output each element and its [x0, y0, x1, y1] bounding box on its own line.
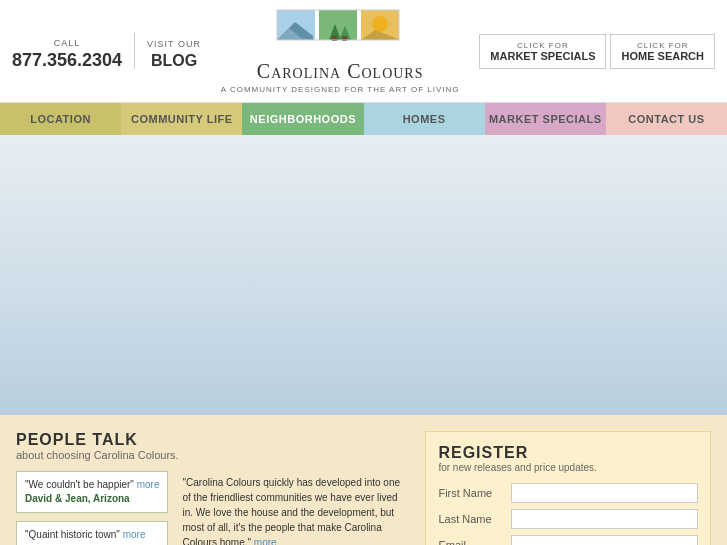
testimonial-main-more[interactable]: more — [254, 537, 277, 545]
market-specials-label: MARKET SPECIALS — [490, 50, 595, 62]
register-subtitle: for new releases and price updates. — [438, 462, 698, 473]
nav-item-contact-us[interactable]: CONTACT US — [606, 103, 727, 135]
first-name-label: First Name — [438, 487, 503, 499]
testimonial-2-quote: "Quaint historic town" — [25, 529, 120, 540]
vertical-divider — [134, 33, 135, 69]
nav-item-community-life[interactable]: COMMUNITY LIFE — [121, 103, 242, 135]
email-label: Email — [438, 539, 503, 545]
testimonial-item-1: "We couldn't be happier" more David & Je… — [16, 471, 168, 513]
home-search-button[interactable]: CLICK FOR HOME SEARCH — [610, 34, 715, 69]
nav-item-neighborhoods[interactable]: NEIGHBORHOODS — [242, 103, 363, 135]
home-search-label: HOME SEARCH — [621, 50, 704, 62]
register-section: REGISTER for new releases and price upda… — [425, 431, 711, 545]
blog-block[interactable]: VISIT OUR BLOG — [147, 32, 201, 70]
phone-number: 877.356.2304 — [12, 50, 122, 72]
register-title: REGISTER — [438, 444, 698, 462]
nav-item-market-specials[interactable]: MARKET SPECIALS — [485, 103, 606, 135]
testimonial-1-more[interactable]: more — [137, 479, 160, 490]
logo-subtitle: A Community Designed For The Art Of Livi… — [221, 85, 460, 94]
people-talk-title: PEOPLE TALK — [16, 431, 405, 449]
header-left: CALL 877.356.2304 VISIT OUR BLOG — [12, 31, 201, 72]
last-name-row: Last Name — [438, 509, 698, 529]
header-right-buttons: CLICK FOR MARKET SPECIALS CLICK FOR HOME… — [479, 34, 715, 69]
testimonial-2-more[interactable]: more — [123, 529, 146, 540]
logo-image — [275, 8, 405, 60]
email-row: Email — [438, 535, 698, 545]
phone-block: CALL 877.356.2304 — [12, 31, 122, 72]
svg-point-9 — [372, 16, 388, 32]
visit-label: VISIT OUR — [147, 39, 201, 49]
bottom-section: PEOPLE TALK about choosing Carolina Colo… — [0, 415, 727, 545]
testimonial-main: "Carolina Colours quickly has developed … — [178, 471, 405, 545]
home-search-click-label: CLICK FOR — [621, 41, 704, 50]
logo-title: Carolina Colours — [257, 60, 424, 83]
market-specials-button[interactable]: CLICK FOR MARKET SPECIALS — [479, 34, 606, 69]
testimonial-main-quote: "Carolina Colours quickly has developed … — [182, 477, 400, 545]
people-talk-section: PEOPLE TALK about choosing Carolina Colo… — [16, 431, 405, 545]
hero-section — [0, 135, 727, 415]
site-header: CALL 877.356.2304 VISIT OUR BLOG — [0, 0, 727, 103]
testimonial-1-author: David & Jean, Arizona — [25, 493, 130, 504]
nav-item-location[interactable]: LOCATION — [0, 103, 121, 135]
testimonial-1-quote: "We couldn't be happier" — [25, 479, 134, 490]
testimonials-left: "We couldn't be happier" more David & Je… — [16, 471, 168, 545]
blog-link[interactable]: BLOG — [147, 51, 201, 70]
main-nav: LOCATION COMMUNITY LIFE NEIGHBORHOODS HO… — [0, 103, 727, 135]
people-talk-subtitle: about choosing Carolina Colours. — [16, 449, 405, 461]
site-logo[interactable]: Carolina Colours A Community Designed Fo… — [221, 8, 460, 94]
market-specials-click-label: CLICK FOR — [490, 41, 595, 50]
nav-item-homes[interactable]: HOMES — [364, 103, 485, 135]
last-name-input[interactable] — [511, 509, 698, 529]
testimonials-row: "We couldn't be happier" more David & Je… — [16, 471, 405, 545]
first-name-row: First Name — [438, 483, 698, 503]
testimonial-item-2: "Quaint historic town" more — [16, 521, 168, 545]
last-name-label: Last Name — [438, 513, 503, 525]
email-input[interactable] — [511, 535, 698, 545]
first-name-input[interactable] — [511, 483, 698, 503]
call-label: CALL — [54, 38, 81, 48]
